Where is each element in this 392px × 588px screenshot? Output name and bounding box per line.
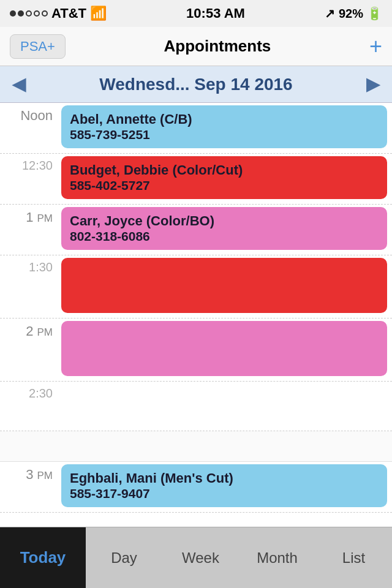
nav-bar: PSA+ Appointments + — [0, 27, 392, 66]
event-area-3pm: Eghbali, Mani (Men's Cut) 585-317-9407 — [61, 462, 392, 512]
appointment-abel-name: Abel, Annette (C/B) — [70, 111, 379, 127]
event-area-2pm — [61, 318, 392, 381]
time-slot-230: 2:30 — [0, 382, 392, 431]
event-area-130 — [61, 255, 392, 318]
date-navigation: ◀ Wednesd... Sep 14 2016 ▶ — [0, 66, 392, 103]
time-label-2pm: 2 PM — [0, 318, 61, 339]
time-label-230: 2:30 — [0, 382, 61, 401]
time-slot-3pm: 3 PM Eghbali, Mani (Men's Cut) 585-317-9… — [0, 462, 392, 513]
event-area-1pm: Carr, Joyce (Color/BO) 802-318-6086 — [61, 205, 392, 255]
appointment-budget-phone: 585-402-5727 — [70, 178, 379, 193]
prev-date-button[interactable]: ◀ — [12, 74, 26, 94]
time-label-1230: 12:30 — [0, 154, 61, 173]
status-bar: AT&T 📶 10:53 AM ↗ 92% 🔋 — [0, 0, 392, 27]
time-slot-1pm: 1 PM Carr, Joyce (Color/BO) 802-318-6086 — [0, 205, 392, 255]
today-button[interactable]: Today — [0, 527, 86, 588]
appointment-budget-name: Budget, Debbie (Color/Cut) — [70, 162, 379, 178]
tab-day[interactable]: Day — [86, 527, 162, 588]
signal-dots — [10, 10, 48, 17]
next-date-button[interactable]: ▶ — [366, 74, 380, 94]
current-date-label: Wednesd... Sep 14 2016 — [99, 75, 292, 94]
tab-month[interactable]: Month — [239, 527, 315, 588]
status-right: ↗ 92% 🔋 — [325, 6, 382, 21]
time-label-130: 1:30 — [0, 255, 61, 274]
add-appointment-button[interactable]: + — [369, 36, 382, 58]
tab-list[interactable]: List — [315, 527, 392, 588]
appointment-carr-phone: 802-318-6086 — [70, 229, 379, 244]
dot2 — [18, 10, 24, 17]
tab-week-label: Week — [182, 549, 219, 567]
status-left: AT&T 📶 — [10, 6, 107, 21]
time-slot-130: 1:30 — [0, 255, 392, 318]
appointment-pink-2pm[interactable] — [61, 321, 387, 376]
tab-month-label: Month — [257, 549, 298, 567]
tab-day-label: Day — [111, 549, 137, 567]
appointment-eghbali[interactable]: Eghbali, Mani (Men's Cut) 585-317-9407 — [61, 464, 387, 507]
location-icon: ↗ — [325, 6, 335, 21]
tab-week[interactable]: Week — [162, 527, 239, 588]
dot4 — [34, 10, 40, 17]
time-slot-1230: 12:30 Budget, Debbie (Color/Cut) 585-402… — [0, 154, 392, 205]
appointment-abel-phone: 585-739-5251 — [70, 127, 379, 142]
time-label-1pm: 1 PM — [0, 205, 61, 225]
dot5 — [42, 10, 48, 17]
appointment-eghbali-phone: 585-317-9407 — [70, 486, 379, 501]
time-label-noon: Noon — [0, 103, 61, 124]
appointment-abel[interactable]: Abel, Annette (C/B) 585-739-5251 — [61, 105, 387, 148]
event-area-1230: Budget, Debbie (Color/Cut) 585-402-5727 — [61, 154, 392, 204]
battery-icon: 🔋 — [367, 6, 382, 21]
appointment-red-130[interactable] — [61, 258, 387, 313]
time-slot-noon: Noon Abel, Annette (C/B) 585-739-5251 — [0, 103, 392, 154]
appointment-budget[interactable]: Budget, Debbie (Color/Cut) 585-402-5727 — [61, 156, 387, 199]
tab-bar: Today Day Week Month List — [0, 527, 392, 588]
time-slot-2pm: 2 PM — [0, 318, 392, 382]
wifi-icon: 📶 — [90, 6, 107, 21]
appointment-eghbali-name: Eghbali, Mani (Men's Cut) — [70, 470, 379, 486]
event-area-noon: Abel, Annette (C/B) 585-739-5251 — [61, 103, 392, 153]
appointment-carr[interactable]: Carr, Joyce (Color/BO) 802-318-6086 — [61, 207, 387, 250]
time-label-3pm: 3 PM — [0, 462, 61, 483]
calendar-content: Noon Abel, Annette (C/B) 585-739-5251 12… — [0, 103, 392, 564]
carrier-label: AT&T — [51, 6, 86, 21]
battery-percent: 92% — [339, 7, 363, 21]
dot3 — [26, 10, 32, 17]
today-label: Today — [20, 548, 66, 567]
tab-list-label: List — [342, 549, 365, 567]
time-display: 10:53 AM — [186, 6, 245, 21]
page-title: Appointments — [164, 37, 271, 56]
event-area-230 — [61, 382, 392, 431]
appointment-carr-name: Carr, Joyce (Color/BO) — [70, 213, 379, 229]
dot1 — [10, 10, 16, 17]
time-spacer — [0, 431, 392, 462]
back-button[interactable]: PSA+ — [10, 34, 66, 59]
